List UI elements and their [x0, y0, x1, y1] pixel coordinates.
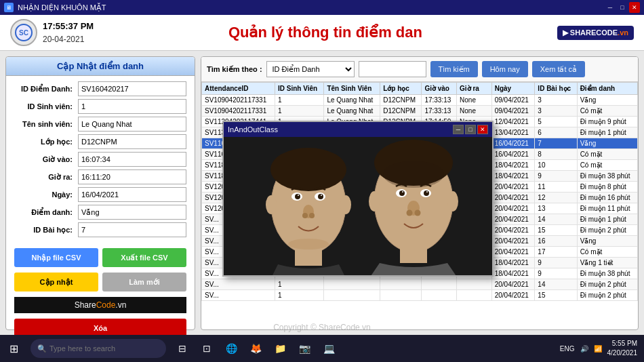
col-ten-sinh-vien: Tên Sinh Viên — [324, 83, 380, 95]
taskbar-icon-4[interactable]: 🦊 — [246, 339, 265, 358]
form-row-id-bai-hoc: ID Bài học: — [14, 222, 186, 237]
minimize-button[interactable]: ─ — [605, 2, 616, 13]
sharecode-badge: ▶ SHARECODE — [563, 28, 618, 37]
id-diem-danh-input[interactable] — [78, 81, 186, 96]
gio-vao-label: Giờ vào: — [14, 155, 75, 164]
svg-point-10 — [318, 194, 323, 199]
svg-point-30 — [415, 210, 421, 216]
svg-point-23 — [399, 190, 405, 196]
current-date: 20-04-2021 — [43, 33, 94, 45]
diem-danh-label: Điểm danh: — [14, 208, 75, 217]
export-csv-button[interactable]: Xuất file CSV — [102, 248, 186, 267]
btn-row-1: Nhập file CSV Xuất file CSV — [6, 245, 195, 270]
taskbar-icon-1[interactable]: ⊟ — [173, 339, 192, 358]
svg-point-31 — [369, 191, 380, 212]
id-sinh-vien-label: ID Sinh viên: — [14, 102, 75, 110]
svg-point-17 — [288, 239, 329, 249]
col-gio-vao: Giờ vào — [422, 83, 457, 95]
svg-point-7 — [295, 194, 300, 199]
ten-sinh-vien-label: Tên sinh viên: — [14, 120, 75, 128]
search-bar: Tìm kiếm theo : ID Điểm Danh ID Sinh Viê… — [201, 57, 638, 82]
panel-title: Cập Nhật điểm danh — [6, 57, 195, 76]
taskbar: ⊞ 🔍 ⊟ ⊡ 🌐 🦊 📁 📷 💻 ENG 🔊 📶 5:55 PM 4/20/2… — [0, 335, 644, 362]
form-row-id-sinh-vien: ID Sinh viên: — [14, 99, 186, 114]
svg-point-15 — [266, 195, 277, 214]
table-header-row: AttendanceID ID Sinh Viên Tên Sinh Viên … — [202, 83, 638, 95]
main-title: Quản lý thông tin điểm dan — [107, 24, 544, 41]
camera-minimize-button[interactable]: ─ — [453, 125, 464, 134]
taskbar-icons: ⊟ ⊡ 🌐 🦊 📁 📷 💻 — [173, 339, 338, 358]
table-row[interactable]: SV...120/04/202114Đi muộn 2 phút — [202, 279, 638, 290]
reset-button[interactable]: Làm mới — [102, 273, 186, 291]
face-view — [224, 137, 492, 275]
app-icon: 🖥 — [4, 3, 14, 12]
id-bai-hoc-input[interactable] — [78, 222, 186, 237]
camera-window: InAndOutClass ─ □ ✕ — [222, 121, 494, 277]
taskbar-search-box[interactable]: 🔍 — [31, 339, 166, 358]
taskbar-right: ENG 🔊 📶 5:55 PM 4/20/2021 — [560, 339, 644, 358]
table-row[interactable]: SV109042021173311Le Quang NhatD12CNPM17:… — [202, 106, 638, 117]
close-button[interactable]: ✕ — [629, 2, 640, 13]
camera-maximize-button[interactable]: □ — [465, 125, 476, 134]
form-row-gio-vao: Giờ vào: — [14, 152, 186, 167]
svg-point-8 — [298, 195, 299, 196]
diem-danh-input[interactable] — [78, 205, 186, 220]
gio-vao-input[interactable] — [78, 152, 186, 167]
form-area: ID Điểm Danh: ID Sinh viên: Tên sinh viê… — [6, 76, 195, 245]
sound-icon: 🔊 — [580, 345, 588, 353]
form-row-ten-sinh-vien: Tên sinh viên: — [14, 117, 186, 132]
search-button[interactable]: Tìm kiếm — [430, 61, 478, 77]
btn-row-2: Cập nhật Làm mới — [6, 270, 195, 294]
taskbar-datetime: 5:55 PM 4/20/2021 — [607, 339, 638, 358]
watermark-bar: ShareCode.vn — [14, 297, 186, 313]
svg-point-11 — [321, 195, 322, 196]
view-all-button[interactable]: Xem tất cả — [532, 61, 585, 77]
search-dropdown[interactable]: ID Điểm Danh ID Sinh Viên Tên Sinh Viên — [266, 61, 355, 77]
ten-sinh-vien-input[interactable] — [78, 117, 186, 132]
camera-controls: ─ □ ✕ — [453, 125, 488, 134]
title-bar: 🖥 NHẬN DIỆN KHUÔN MẶT ─ □ ✕ — [0, 0, 644, 15]
start-button[interactable]: ⊞ — [0, 335, 27, 362]
form-row-lop-hoc: Lớp học: — [14, 134, 186, 149]
network-icon: 📶 — [594, 345, 602, 353]
camera-content — [224, 137, 492, 275]
app-logo: SC — [10, 19, 37, 46]
gio-ra-input[interactable] — [78, 169, 186, 184]
taskbar-lang: ENG — [560, 345, 575, 353]
search-icon: 🔍 — [37, 344, 47, 353]
import-csv-button[interactable]: Nhập file CSV — [14, 248, 98, 267]
form-row-id-diem-danh: ID Điểm Danh: — [14, 81, 186, 96]
update-button[interactable]: Cập nhật — [14, 273, 98, 291]
maximize-button[interactable]: □ — [617, 2, 628, 13]
lop-hoc-input[interactable] — [78, 134, 186, 149]
watermark-text: ShareCode.vn — [75, 300, 127, 310]
gio-ra-label: Giờ ra: — [14, 173, 75, 182]
id-diem-danh-label: ID Điểm Danh: — [14, 85, 75, 94]
today-button[interactable]: Hôm nay — [482, 61, 528, 77]
window-title: NHẬN DIỆN KHUÔN MẶT — [18, 3, 106, 12]
id-sinh-vien-input[interactable] — [78, 99, 186, 114]
taskbar-icon-6[interactable]: 📷 — [295, 339, 314, 358]
search-input[interactable] — [359, 61, 426, 77]
camera-close-button[interactable]: ✕ — [477, 125, 488, 134]
svg-text:SC: SC — [19, 29, 28, 37]
form-row-ngay: Ngày: — [14, 187, 186, 202]
table-row[interactable]: SV109042021173311Le Quang NhatD12CNPM17:… — [202, 95, 638, 106]
taskbar-icon-7[interactable]: 💻 — [319, 339, 338, 358]
svg-point-14 — [309, 213, 315, 218]
ngay-input[interactable] — [78, 187, 186, 202]
col-ngay: Ngày — [491, 83, 535, 95]
svg-point-21 — [383, 161, 444, 188]
sharecode-logo: ▶ SHARECODE.vn — [557, 26, 634, 40]
header: SC 17:55:37 PM 20-04-2021 Quản lý thông … — [0, 15, 644, 51]
form-row-gio-ra: Giờ ra: — [14, 169, 186, 184]
current-time: 17:55:37 PM — [43, 20, 94, 33]
taskbar-search-input[interactable] — [49, 344, 151, 353]
taskbar-icon-5[interactable]: 📁 — [270, 339, 289, 358]
table-row[interactable]: SV...120/04/202115Đi muộn 2 phút — [202, 290, 638, 301]
col-id-bai-hoc: ID Bài học — [535, 83, 577, 95]
left-panel: Cập Nhật điểm danh ID Điểm Danh: ID Sinh… — [5, 56, 195, 330]
ngay-label: Ngày: — [14, 190, 75, 199]
taskbar-icon-3[interactable]: 🌐 — [222, 339, 241, 358]
taskbar-icon-2[interactable]: ⊡ — [197, 339, 216, 358]
